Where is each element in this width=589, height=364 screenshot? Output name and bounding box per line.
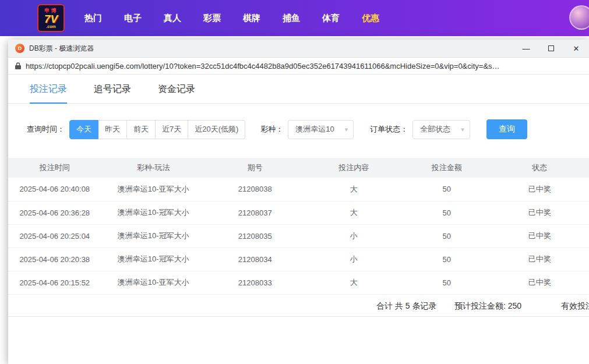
col-header-bet-content: 投注内容: [304, 158, 403, 178]
bet-records-table: 投注时间 彩种-玩法 期号 投注内容 投注金额 状态 2025-04-06 20…: [8, 158, 589, 295]
tab-bet-records[interactable]: 投注记录: [30, 83, 67, 104]
cell-issue: 21208035: [206, 224, 304, 248]
chevron-down-icon: ▾: [461, 126, 464, 133]
cell-lottery-play: 澳洲幸运10-冠军大小: [101, 248, 206, 271]
nav-item-lottery[interactable]: 彩票: [203, 13, 221, 24]
cell-lottery-play: 澳洲幸运10-亚军大小: [101, 271, 206, 294]
col-header-bet-time: 投注时间: [8, 158, 101, 178]
nav-item-fishing[interactable]: 捕鱼: [283, 13, 300, 24]
table-row: 2025-04-06 20:20:38 澳洲幸运10-冠军大小 21208034…: [8, 248, 589, 271]
nav-item-sports[interactable]: 体育: [322, 13, 340, 24]
summary-expected-amount: 预计投注金额: 250: [454, 301, 521, 312]
time-filter-last20days[interactable]: 近20天(低频): [188, 120, 245, 139]
cell-issue: 21208038: [206, 178, 304, 201]
time-filter-group: 今天 昨天 前天 近7天 近20天(低频): [69, 120, 245, 139]
minimize-button[interactable]: —: [521, 44, 531, 53]
filter-bar: 查询时间： 今天 昨天 前天 近7天 近20天(低频) 彩种： 澳洲幸运10 ▾…: [27, 119, 589, 139]
table-header-row: 投注时间 彩种-玩法 期号 投注内容 投注金额 状态: [8, 158, 589, 178]
nav-item-promotions[interactable]: 优惠: [362, 13, 379, 24]
site-logo[interactable]: 申博 7V .com: [37, 4, 65, 32]
site-header: 申博 7V .com 热门 电子 真人 彩票 棋牌 捕鱼 体育 优惠: [0, 0, 589, 36]
cell-bet-amount: 50: [403, 271, 491, 294]
time-filter-last7days[interactable]: 近7天: [156, 120, 188, 139]
nav-item-slots[interactable]: 电子: [124, 13, 142, 24]
status-badge: 已中奖: [490, 271, 589, 294]
avatar[interactable]: [569, 5, 589, 30]
table-row: 2025-04-06 20:36:28 澳洲幸运10-冠军大小 21208037…: [8, 201, 589, 224]
cell-issue: 21208033: [206, 271, 304, 294]
order-status-select[interactable]: 全部状态 ▾: [412, 120, 470, 139]
time-filter-today[interactable]: 今天: [69, 120, 98, 139]
order-status-label: 订单状态：: [370, 124, 408, 135]
favicon-icon: D: [15, 44, 24, 53]
time-filter-yesterday[interactable]: 昨天: [98, 120, 127, 139]
cell-bet-amount: 50: [403, 178, 491, 201]
cell-issue: 21208034: [206, 248, 304, 271]
summary-valid-amount: 有效投注金额: [561, 301, 589, 312]
table-row: 2025-04-06 20:15:52 澳洲幸运10-亚军大小 21208033…: [8, 271, 589, 294]
cell-lottery-play: 澳洲幸运10-冠军大小: [101, 201, 206, 224]
lock-icon: [15, 62, 22, 70]
col-header-lottery-play: 彩种-玩法: [101, 158, 206, 178]
browser-window: D DB彩票 - 极速浏览器 — ✕ https://ctopcp02pcali…: [8, 40, 589, 364]
lottery-select-value: 澳洲幸运10: [295, 124, 334, 135]
tab-chase-records[interactable]: 追号记录: [94, 83, 131, 103]
cell-lottery-play: 澳洲幸运10-亚军大小: [101, 178, 206, 201]
cell-bet-content: 大: [304, 271, 403, 294]
logo-text-main: 7V: [44, 13, 58, 24]
cell-bet-content: 大: [304, 201, 403, 224]
cell-bet-amount: 50: [403, 248, 491, 271]
table-row: 2025-04-06 20:25:04 澳洲幸运10-冠军大小 21208035…: [8, 224, 589, 248]
cell-bet-time: 2025-04-06 20:40:08: [8, 178, 101, 201]
status-badge: 已中奖: [490, 178, 589, 201]
table-row: 2025-04-06 20:40:08 澳洲幸运10-亚军大小 21208038…: [8, 178, 589, 201]
logo-text-bottom: .com: [46, 24, 55, 29]
cell-bet-content: 大: [304, 178, 403, 201]
status-badge: 已中奖: [490, 201, 589, 224]
nav-item-hot[interactable]: 热门: [84, 13, 102, 24]
time-filter-day-before[interactable]: 前天: [127, 120, 156, 139]
url-text: https://ctopcp02pcali.uengi5e.com/lotter…: [26, 62, 500, 70]
col-header-bet-amount: 投注金额: [403, 158, 491, 178]
nav-item-live[interactable]: 真人: [164, 13, 181, 24]
record-tabs: 投注记录 追号记录 资金记录: [8, 75, 589, 104]
maximize-button[interactable]: [546, 44, 556, 53]
cell-bet-time: 2025-04-06 20:36:28: [8, 201, 101, 224]
order-status-value: 全部状态: [420, 124, 450, 135]
window-title: DB彩票 - 极速浏览器: [29, 44, 521, 54]
maximize-icon: [548, 45, 554, 51]
query-button[interactable]: 查询: [486, 119, 527, 139]
col-header-status: 状态: [490, 158, 589, 178]
status-badge: 已中奖: [490, 248, 589, 271]
window-controls: — ✕: [521, 44, 581, 53]
time-filter-label: 查询时间：: [27, 124, 65, 135]
close-button[interactable]: ✕: [572, 44, 581, 53]
summary-total-records: 合计 共 5 条记录: [376, 301, 436, 312]
cell-lottery-play: 澳洲幸运10-冠军大小: [101, 224, 206, 248]
address-bar[interactable]: https://ctopcp02pcali.uengi5e.com/lotter…: [8, 58, 589, 75]
main-nav: 热门 电子 真人 彩票 棋牌 捕鱼 体育 优惠: [84, 13, 379, 24]
cell-issue: 21208037: [206, 201, 304, 224]
cell-bet-content: 小: [304, 248, 403, 271]
tab-fund-records[interactable]: 资金记录: [158, 83, 195, 103]
cell-bet-time: 2025-04-06 20:15:52: [8, 271, 101, 294]
col-header-issue: 期号: [206, 158, 304, 178]
cell-bet-content: 小: [304, 224, 403, 248]
nav-item-board-games[interactable]: 棋牌: [243, 13, 260, 24]
lottery-select[interactable]: 澳洲幸运10 ▾: [288, 120, 354, 139]
status-badge: 已中奖: [490, 224, 589, 248]
cell-bet-time: 2025-04-06 20:20:38: [8, 248, 101, 271]
summary-bar: 合计 共 5 条记录 预计投注金额: 250 有效投注金额: [8, 295, 589, 317]
chevron-down-icon: ▾: [345, 126, 348, 133]
cell-bet-amount: 50: [403, 224, 491, 248]
lottery-select-label: 彩种：: [260, 124, 283, 135]
cell-bet-time: 2025-04-06 20:25:04: [8, 224, 101, 248]
cell-bet-amount: 50: [403, 201, 491, 224]
window-titlebar: D DB彩票 - 极速浏览器 — ✕: [8, 40, 589, 58]
